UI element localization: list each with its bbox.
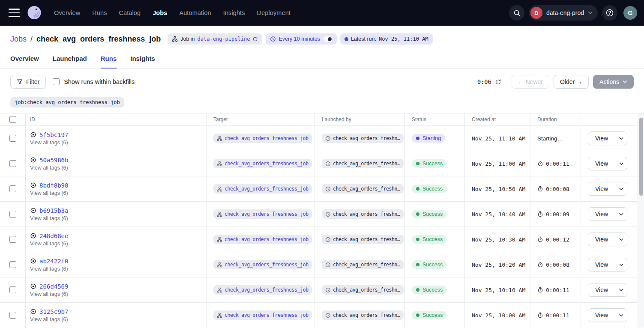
run-duration: 0:00:12 <box>546 236 569 243</box>
nav-item-overview[interactable]: Overview <box>54 9 80 16</box>
status-badge: Success <box>412 159 447 168</box>
run-id-link[interactable]: b6915b3a <box>39 207 68 214</box>
breadcrumb-jobs-link[interactable]: Jobs <box>10 35 27 44</box>
row-checkbox[interactable] <box>9 312 16 319</box>
run-id-link[interactable]: 5f5bc197 <box>39 131 68 138</box>
launched-by-pill[interactable]: check_avg_orders_freshn… <box>322 134 404 143</box>
tab-runs[interactable]: Runs <box>101 55 117 69</box>
active-filters: job:check_avg_orders_freshness_job <box>0 92 644 113</box>
run-id-link[interactable]: 50a5986b <box>39 157 68 164</box>
stopwatch-icon <box>537 161 543 167</box>
nav-item-automation[interactable]: Automation <box>179 9 211 16</box>
target-pill[interactable]: check_avg_orders_freshness_job <box>213 285 312 295</box>
nav-item-insights[interactable]: Insights <box>223 9 245 16</box>
view-button[interactable]: View <box>588 258 615 271</box>
view-menu-chevron-icon[interactable] <box>615 182 627 195</box>
actions-button[interactable]: Actions <box>593 75 634 89</box>
view-menu-chevron-icon[interactable] <box>615 132 627 145</box>
nav-item-runs[interactable]: Runs <box>92 9 107 16</box>
help-icon[interactable] <box>602 5 617 21</box>
older-button[interactable]: Older → <box>554 75 589 89</box>
view-all-tags-link[interactable]: View all tags (6) <box>30 241 68 247</box>
view-button[interactable]: View <box>588 283 615 296</box>
tab-launchpad[interactable]: Launchpad <box>53 55 87 69</box>
view-button[interactable]: View <box>588 208 615 221</box>
view-all-tags-link[interactable]: View all tags (6) <box>30 215 68 221</box>
nav-item-deployment[interactable]: Deployment <box>257 9 291 16</box>
user-avatar[interactable]: G <box>623 6 637 20</box>
reload-location-icon[interactable] <box>252 36 258 42</box>
tab-overview[interactable]: Overview <box>10 55 39 69</box>
page-header: Jobs / check_avg_orders_freshness_job Jo… <box>0 26 644 45</box>
launched-by-pill[interactable]: check_avg_orders_freshn… <box>322 184 404 194</box>
run-target-icon <box>30 233 36 239</box>
launched-by-pill[interactable]: check_avg_orders_freshn… <box>322 260 404 269</box>
view-menu-chevron-icon[interactable] <box>615 258 627 271</box>
launched-by-pill[interactable]: check_avg_orders_freshn… <box>322 285 404 295</box>
newer-button[interactable]: ← Newer <box>512 75 549 89</box>
view-all-tags-link[interactable]: View all tags (6) <box>30 190 68 196</box>
view-all-tags-link[interactable]: View all tags (6) <box>30 140 68 146</box>
run-id-link[interactable]: 3125c9b7 <box>39 308 68 315</box>
view-all-tags-link[interactable]: View all tags (6) <box>30 165 68 171</box>
target-pill[interactable]: check_avg_orders_freshness_job <box>213 209 312 219</box>
table-row: 50a5986b View all tags (6) check_avg_ord… <box>0 151 638 176</box>
view-menu-chevron-icon[interactable] <box>615 208 627 221</box>
launched-by-pill[interactable]: check_avg_orders_freshn… <box>322 310 404 320</box>
scrollbar-thumb[interactable] <box>639 118 643 196</box>
filter-button[interactable]: Filter <box>10 75 46 89</box>
view-button[interactable]: View <box>588 182 615 195</box>
row-checkbox[interactable] <box>9 185 16 192</box>
view-menu-chevron-icon[interactable] <box>615 233 627 246</box>
target-pill[interactable]: check_avg_orders_freshness_job <box>213 184 312 194</box>
run-id-link[interactable]: 248d68ee <box>39 233 68 239</box>
view-button[interactable]: View <box>588 132 615 145</box>
launched-by-pill[interactable]: check_avg_orders_freshn… <box>322 159 404 168</box>
run-id-link[interactable]: 266d4569 <box>39 283 68 290</box>
hamburger-menu-icon[interactable] <box>9 9 20 17</box>
run-duration: 0:00:08 <box>546 186 569 192</box>
select-all-checkbox[interactable] <box>9 116 16 123</box>
nav-item-jobs[interactable]: Jobs <box>153 9 167 16</box>
row-checkbox[interactable] <box>9 211 16 218</box>
target-pill[interactable]: check_avg_orders_freshness_job <box>213 310 312 320</box>
view-button[interactable]: View <box>588 233 615 246</box>
view-menu-chevron-icon[interactable] <box>615 283 627 296</box>
refresh-icon[interactable] <box>495 79 501 85</box>
workspace-switcher[interactable]: D data-eng-prod <box>529 5 598 21</box>
clock-icon <box>325 161 331 167</box>
view-button[interactable]: View <box>588 157 615 170</box>
clock-icon <box>270 36 276 42</box>
row-checkbox[interactable] <box>9 261 16 268</box>
view-button[interactable]: View <box>588 309 615 322</box>
job-filter-tag[interactable]: job:check_avg_orders_freshness_job <box>10 97 124 107</box>
view-all-tags-link[interactable]: View all tags (6) <box>30 291 68 297</box>
row-checkbox[interactable] <box>9 160 16 167</box>
target-pill[interactable]: check_avg_orders_freshness_job <box>213 235 312 244</box>
schedule-toggle[interactable] <box>323 36 332 42</box>
tab-insights[interactable]: Insights <box>130 55 155 69</box>
row-checkbox[interactable] <box>9 135 16 142</box>
clock-icon <box>325 212 331 217</box>
launched-by-pill[interactable]: check_avg_orders_freshn… <box>322 235 404 244</box>
target-pill[interactable]: check_avg_orders_freshness_job <box>213 159 312 168</box>
view-all-tags-link[interactable]: View all tags (6) <box>30 266 68 272</box>
view-menu-chevron-icon[interactable] <box>615 309 627 322</box>
page-title: check_avg_orders_freshness_job <box>36 35 161 44</box>
row-checkbox[interactable] <box>9 236 16 243</box>
run-id-link[interactable]: ab2422f0 <box>39 258 68 265</box>
target-pill[interactable]: check_avg_orders_freshness_job <box>213 134 312 143</box>
job-icon <box>217 313 222 318</box>
search-icon[interactable] <box>509 5 524 21</box>
dagster-logo-icon[interactable] <box>26 4 43 21</box>
backfills-checkbox[interactable] <box>53 78 60 85</box>
target-pill[interactable]: check_avg_orders_freshness_job <box>213 260 312 269</box>
pipeline-link[interactable]: data-eng-pipeline <box>198 36 250 42</box>
nav-item-catalog[interactable]: Catalog <box>119 9 141 16</box>
latest-run-badge: Latest run: Nov 25, 11:10 AM <box>340 33 433 45</box>
view-menu-chevron-icon[interactable] <box>615 157 627 170</box>
run-id-link[interactable]: 8bdf8b98 <box>39 182 68 189</box>
launched-by-pill[interactable]: check_avg_orders_freshn… <box>322 209 404 219</box>
view-all-tags-link[interactable]: View all tags (6) <box>30 316 68 322</box>
row-checkbox[interactable] <box>9 286 16 293</box>
